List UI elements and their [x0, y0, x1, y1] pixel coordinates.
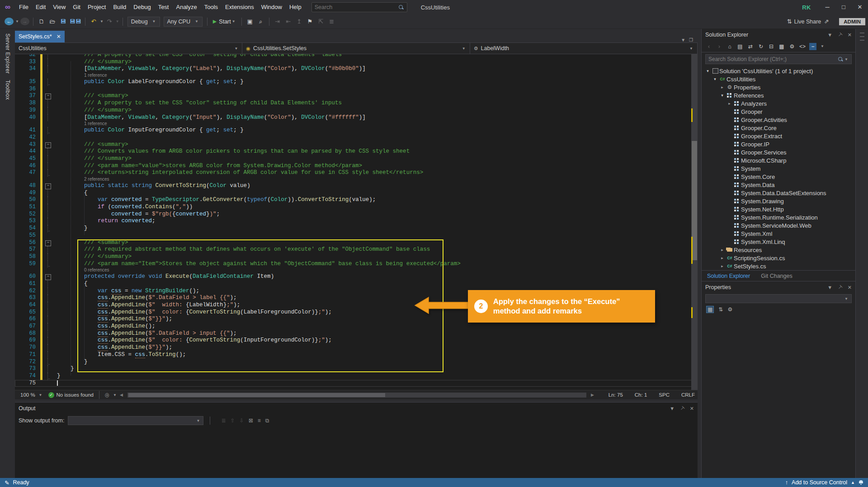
project-dropdown[interactable]: CssUtilities▼: [15, 43, 242, 54]
tree-expander-icon[interactable]: ▸: [719, 85, 726, 89]
code-line[interactable]: 60 protected override void Execute(DataF…: [15, 273, 698, 281]
code-line[interactable]: 41 public Color InputForegroundColor { g…: [15, 127, 698, 134]
code-line[interactable]: 44 /// Converts values from ARGB color p…: [15, 148, 698, 155]
code-line[interactable]: 42: [15, 134, 698, 141]
code-line[interactable]: 45 /// </summary>: [15, 155, 698, 163]
tree-item[interactable]: System.Core: [702, 173, 855, 181]
code-line[interactable]: 53 return converted;: [15, 218, 698, 225]
code-line[interactable]: 73 }: [15, 365, 698, 373]
tree-item[interactable]: System: [702, 164, 855, 173]
code-line[interactable]: 48 public static string ConvertToString(…: [15, 183, 698, 190]
navigate-forward-icon[interactable]: →: [20, 18, 29, 25]
tree-item[interactable]: ▸Properties: [702, 83, 855, 91]
solution-search-input[interactable]: [708, 56, 838, 62]
codelens-indicator[interactable]: 0 references: [15, 267, 698, 273]
code-line[interactable]: 72 }: [15, 359, 698, 366]
fold-collapse-icon[interactable]: [42, 273, 54, 281]
code-line[interactable]: 50 var converted = TypeDescriptor.GetCon…: [15, 197, 698, 204]
tree-item[interactable]: ▸Analyzers: [702, 99, 855, 108]
solution-configuration-dropdown[interactable]: Debug▼: [127, 17, 160, 27]
tree-item[interactable]: Grooper.IP: [702, 140, 855, 148]
find-in-code-icon[interactable]: ⌕: [256, 18, 265, 25]
tree-expander-icon[interactable]: ▾: [712, 77, 718, 81]
tree-item[interactable]: Microsoft.CSharp: [702, 156, 855, 164]
output-source-dropdown[interactable]: ▼: [68, 416, 203, 425]
tree-item[interactable]: Grooper: [702, 108, 855, 116]
show-all-files-icon[interactable]: ▩: [778, 43, 785, 50]
switch-views-icon[interactable]: ▤: [736, 43, 744, 50]
props-dropdown-icon[interactable]: ▼: [827, 285, 832, 290]
tree-item[interactable]: System.Net.Http: [702, 205, 855, 213]
undo-icon[interactable]: ↶: [89, 18, 98, 25]
search-field[interactable]: [315, 4, 398, 10]
start-debugging-button[interactable]: ▶ Start ▼: [213, 19, 236, 25]
home-icon[interactable]: ⌂: [726, 43, 733, 50]
rail-tab-server-explorer[interactable]: Server Explorer: [5, 33, 11, 74]
hscroll-right-icon[interactable]: ▶: [591, 393, 594, 397]
dock-tab-solution-explorer[interactable]: Solution Explorer: [702, 273, 755, 279]
code-editor[interactable]: 32 /// A property to set the CSS "color"…: [15, 54, 698, 390]
code-line[interactable]: 58 /// </summary>: [15, 253, 698, 261]
tree-item[interactable]: ▾References: [702, 91, 855, 99]
solution-search-box[interactable]: ▼: [705, 54, 852, 64]
menu-build[interactable]: Build: [109, 0, 130, 14]
codelens-indicator[interactable]: 1 reference: [15, 73, 698, 79]
codelens-indicator[interactable]: 1 reference: [15, 121, 698, 127]
global-search-input[interactable]: [311, 2, 407, 12]
code-line[interactable]: 49 {: [15, 190, 698, 197]
user-avatar[interactable]: RK: [802, 4, 811, 11]
bookmark-icon[interactable]: ⚑: [306, 18, 315, 25]
minimize-button[interactable]: ─: [819, 0, 835, 14]
code-line[interactable]: 40 [DataMember, Viewable, Category("Inpu…: [15, 114, 698, 122]
se-search-dropdown-icon[interactable]: ▼: [844, 57, 848, 61]
collapse-all-icon[interactable]: ⊟: [768, 43, 775, 50]
code-line[interactable]: 74}: [15, 373, 698, 380]
new-file-icon[interactable]: 🗋︎: [37, 18, 46, 25]
property-pages-icon[interactable]: ⚙: [727, 306, 732, 313]
tree-item[interactable]: System.Xml: [702, 229, 855, 238]
close-button[interactable]: ✕: [852, 0, 868, 14]
split-window-icon[interactable]: ❐: [689, 37, 693, 42]
sync-with-active-document-icon[interactable]: ⇄: [747, 43, 754, 50]
code-line[interactable]: 52 converted = $"rgb({converted})";: [15, 211, 698, 218]
rail-tab-toolbox[interactable]: Toolbox: [5, 80, 11, 100]
menu-tools[interactable]: Tools: [201, 0, 222, 14]
word-wrap-icon[interactable]: ≡: [258, 417, 261, 424]
code-line[interactable]: 61 {: [15, 281, 698, 288]
se-pin-icon[interactable]: ⊤: [836, 31, 844, 38]
code-line[interactable]: 54 }: [15, 225, 698, 232]
dock-tab-git-changes[interactable]: Git Changes: [755, 273, 797, 279]
source-control-caret-icon[interactable]: ▲: [851, 480, 855, 485]
code-line[interactable]: 69 css.AppendLine($" color: {ConvertToSt…: [15, 337, 698, 344]
code-line[interactable]: 33 /// </summary>: [15, 59, 698, 66]
editor-horizontal-scrollbar[interactable]: [127, 393, 586, 398]
fold-collapse-icon[interactable]: [42, 93, 54, 100]
code-line[interactable]: 39 /// </summary>: [15, 107, 698, 114]
code-line[interactable]: 32 /// A property to set the CSS "color"…: [15, 54, 698, 59]
codelens-indicator[interactable]: 2 references: [15, 177, 698, 183]
fold-collapse-icon[interactable]: [42, 183, 54, 190]
tree-item[interactable]: System.Data.DataSetExtensions: [702, 189, 855, 197]
tree-expander-icon[interactable]: ▾: [719, 93, 726, 98]
tree-item[interactable]: System.Runtime.Serialization: [702, 213, 855, 221]
code-line[interactable]: 55: [15, 232, 698, 239]
fold-collapse-icon[interactable]: [42, 141, 54, 149]
tree-item[interactable]: Grooper.Services: [702, 148, 855, 156]
code-line[interactable]: 56 /// <summary>: [15, 239, 698, 247]
code-line[interactable]: 38 /// A property to set the CSS "color"…: [15, 100, 698, 107]
tree-item[interactable]: ▸ScriptingSession.cs: [702, 254, 855, 262]
navigate-back-icon[interactable]: ←: [5, 18, 14, 25]
code-line[interactable]: 59 /// <param name="Item">Stores the obj…: [15, 261, 698, 268]
menu-file[interactable]: File: [15, 0, 32, 14]
menu-test[interactable]: Test: [155, 0, 173, 14]
clear-output-icon[interactable]: ⊠: [249, 417, 253, 424]
tree-item[interactable]: System.Drawing: [702, 197, 855, 205]
member-dropdown[interactable]: ⚙ LabelWidth▼: [470, 43, 698, 54]
save-icon[interactable]: 💾︎: [59, 18, 68, 25]
properties-icon[interactable]: ⚙: [788, 43, 796, 50]
maximize-button[interactable]: □: [835, 0, 852, 14]
editor-vertical-scrollbar[interactable]: [691, 54, 698, 390]
switch-solutions-icon[interactable]: −: [809, 43, 816, 50]
code-line[interactable]: 36: [15, 86, 698, 93]
save-all-icon[interactable]: 💾︎💾︎: [70, 18, 81, 25]
